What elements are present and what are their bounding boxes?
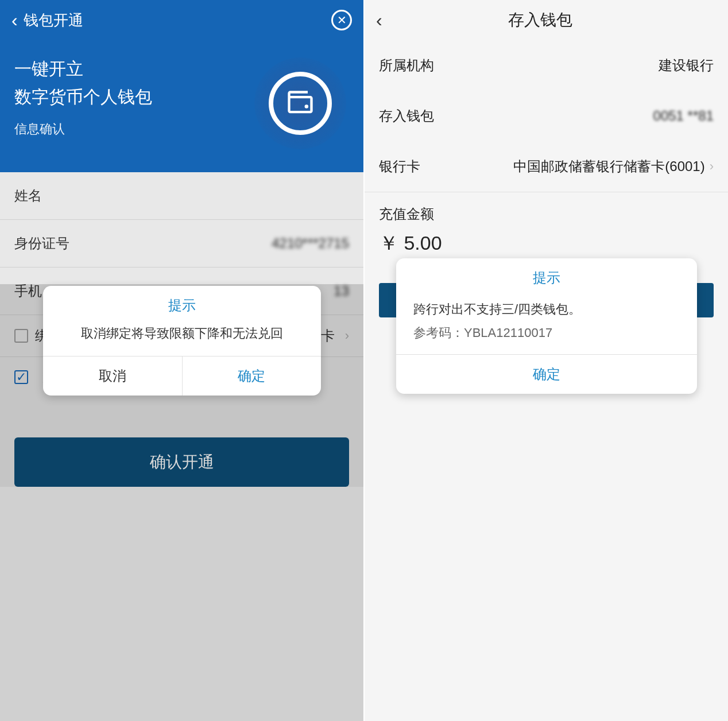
header-bar: ‹ 钱包开通 ✕ [0,0,363,40]
dialog-ok-button[interactable]: 确定 [183,356,322,396]
row-org: 所属机构 建设银行 [365,40,728,91]
wallet-label: 存入钱包 [379,107,434,125]
dialog-reference-code: 参考码：YBLA12110017 [396,324,697,354]
chevron-right-icon: › [345,328,349,343]
phone-label: 手机 [14,282,42,300]
dialog-message: 跨行对出不支持三/四类钱包。 [396,297,697,324]
screen-wallet-open: ‹ 钱包开通 ✕ 一键开立 数字货币个人钱包 信息确认 姓名 身份证号 4210… [0,0,363,721]
dialog-cancel-button[interactable]: 取消 [43,356,183,396]
dialog-message: 取消绑定将导致限额下降和无法兑回 [43,325,321,356]
org-value: 建设银行 [659,56,714,75]
row-wallet[interactable]: 存入钱包 0051 **81 [365,91,728,141]
screen-deposit: ‹ 存入钱包 所属机构 建设银行 存入钱包 0051 **81 银行卡 中国邮政… [365,0,728,721]
confirm-open-button[interactable]: 确认开通 [14,437,349,487]
row-id[interactable]: 身份证号 4210***2715 [0,220,363,268]
bankcard-value: 中国邮政储蓄银行储蓄卡(6001) [513,157,704,176]
name-label: 姓名 [14,187,42,205]
bind-card-suffix: 卡 [321,327,335,345]
wallet-value: 0051 **81 [653,108,714,124]
dialog-title: 提示 [396,258,697,297]
back-icon[interactable]: ‹ [11,10,18,31]
header-title: 钱包开通 [24,10,331,30]
dialog-ok-button[interactable]: 确定 [396,354,697,394]
phone-value: 13 [334,283,349,299]
amount-label: 充值金额 [365,192,728,230]
wallet-circle-icon [269,72,332,135]
agree-checkbox[interactable]: ✓ [14,370,28,384]
back-icon[interactable]: ‹ [376,10,382,31]
dialog-title: 提示 [43,286,321,325]
bind-card-checkbox[interactable] [14,329,28,343]
id-label: 身份证号 [14,234,69,253]
row-bankcard[interactable]: 银行卡 中国邮政储蓄银行储蓄卡(6001) › [365,141,728,192]
header-title: 存入钱包 [382,9,698,31]
close-icon[interactable]: ✕ [331,10,352,30]
header-bar: ‹ 存入钱包 [365,0,728,40]
bankcard-label: 银行卡 [379,157,420,176]
alert-dialog: 提示 跨行对出不支持三/四类钱包。 参考码：YBLA12110017 确定 [396,258,697,394]
row-name[interactable]: 姓名 [0,172,363,220]
confirm-dialog: 提示 取消绑定将导致限额下降和无法兑回 取消 确定 [43,286,321,396]
wallet-glow [254,57,346,149]
id-value: 4210***2715 [272,235,349,251]
chevron-right-icon: › [710,159,714,174]
org-label: 所属机构 [379,56,434,75]
wallet-icon [285,88,315,118]
hero-banner: 一键开立 数字货币个人钱包 信息确认 [0,40,363,172]
